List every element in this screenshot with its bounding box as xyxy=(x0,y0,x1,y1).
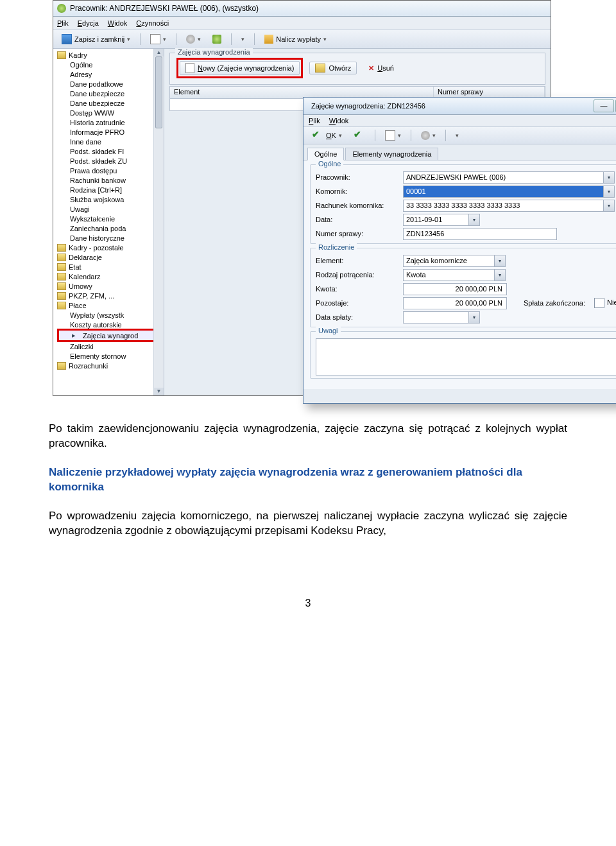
input-numer[interactable]: ZDN123456 xyxy=(403,228,557,240)
tree-item[interactable]: Dane ubezpiecze xyxy=(57,89,164,98)
tree-item[interactable]: Ogólne xyxy=(57,60,164,69)
separator xyxy=(231,33,232,45)
menu-widok[interactable]: Widok xyxy=(108,19,128,27)
tree-item[interactable]: Wypłaty (wszystk xyxy=(57,310,164,320)
chevron-down-icon[interactable]: ▾ xyxy=(603,186,614,197)
delete-button[interactable]: ✕ Usuń xyxy=(363,63,399,74)
tree-item[interactable]: Podst. składek ZU xyxy=(57,156,164,166)
folder-kadry[interactable]: Kadry xyxy=(57,50,164,60)
nalicz-button[interactable]: Nalicz wypłaty ▾ xyxy=(260,33,331,46)
app-window: Pracownik: ANDRZEJEWSKI PAWEŁ (006), (ws… xyxy=(53,0,551,396)
save-close-button[interactable]: Zapisz i zamknij ▾ xyxy=(57,32,135,46)
chevron-down-icon[interactable]: ▾ xyxy=(494,270,505,281)
folder-icon xyxy=(57,254,66,261)
label-pracownik: Pracownik: xyxy=(316,173,399,181)
tree-item[interactable]: Dane historyczne xyxy=(57,233,164,243)
chevron-down-icon[interactable]: ▾ xyxy=(494,255,505,266)
tab-ogolne[interactable]: Ogólne xyxy=(307,148,344,160)
ok-check-button[interactable] xyxy=(349,129,370,142)
textarea-uwagi[interactable] xyxy=(316,338,616,376)
save-icon xyxy=(62,34,72,44)
folder-deklaracje[interactable]: Deklaracje xyxy=(57,252,164,262)
folder-etat[interactable]: Etat xyxy=(57,262,164,272)
refresh-button[interactable] xyxy=(208,33,226,46)
group-uwagi: Uwagi xyxy=(310,331,616,379)
folder-kalendarz[interactable]: Kalendarz xyxy=(57,272,164,281)
group-legend: Rozliczenie xyxy=(316,243,357,251)
nav-tree[interactable]: Kadry Ogólne Adresy Dane podatkowe Dane … xyxy=(53,49,164,395)
folder-pkzp[interactable]: PKZP, ZFM, ... xyxy=(57,291,164,300)
chevron-down-icon[interactable]: ▾ xyxy=(603,172,614,183)
tree-item[interactable]: Prawa dostępu xyxy=(57,166,164,175)
input-rachunek[interactable]: 33 3333 3333 3333 3333 3333 3333▾ xyxy=(403,200,615,212)
tree-item[interactable]: Zaliczki xyxy=(57,341,164,351)
chevron-down-icon[interactable]: ▾ xyxy=(603,200,614,211)
folder-icon xyxy=(57,302,66,309)
input-data[interactable]: 2011-09-01▾ xyxy=(403,214,480,226)
folder-place[interactable]: Płace xyxy=(57,300,164,310)
page-number: 3 xyxy=(0,578,616,628)
menu-czynnosci[interactable]: Czynności xyxy=(136,19,169,27)
more-button[interactable]: ▾ xyxy=(237,34,249,44)
tab-elementy[interactable]: Elementy wynagrodzenia xyxy=(345,148,438,160)
dialog-menu-plik[interactable]: Plik xyxy=(309,117,320,125)
dialog-menu-widok[interactable]: Widok xyxy=(329,117,349,125)
nalicz-label: Nalicz wypłaty xyxy=(276,35,321,43)
input-datasplaty[interactable]: ▾ xyxy=(403,311,480,324)
tree-item[interactable]: Dane ubezpiecze xyxy=(57,98,164,108)
print-button[interactable]: ▾ xyxy=(381,128,406,142)
tree-item[interactable]: Rachunki bankow xyxy=(57,175,164,185)
calc-icon xyxy=(264,35,273,44)
scroll-thumb[interactable] xyxy=(155,56,162,128)
tree-item[interactable]: Uwagi xyxy=(57,204,164,214)
input-rodzaj[interactable]: Kwota▾ xyxy=(403,269,506,281)
chevron-down-icon: ▾ xyxy=(127,36,130,42)
tree-item[interactable]: Dostęp WWW xyxy=(57,108,164,117)
fieldset-zajecia: Zajęcia wynagrodzenia Nowy (Zajęcie wyna… xyxy=(169,53,545,85)
tree-list: Kadry Ogólne Adresy Dane podatkowe Dane … xyxy=(53,49,164,372)
tree-item-zajecia-wynagrod[interactable]: ▸ Zajęcia wynagrod xyxy=(59,331,162,340)
minimize-button[interactable]: — xyxy=(594,99,614,112)
tools-button[interactable]: ▾ xyxy=(416,129,440,142)
chevron-down-icon[interactable]: ▾ xyxy=(468,214,479,225)
input-komornik[interactable]: 00001▾ xyxy=(403,186,615,198)
tree-item[interactable]: Koszty autorskie xyxy=(57,320,164,329)
menu-plik[interactable]: Plik xyxy=(57,19,69,27)
tree-item[interactable]: Elementy stornow xyxy=(57,351,164,361)
tree-item[interactable]: Wykształcenie xyxy=(57,214,164,223)
folder-kadry-pozostale[interactable]: Kadry - pozostałe xyxy=(57,243,164,252)
dialog-title: Zajęcie wynagrodzenia: ZDN123456 xyxy=(311,102,425,110)
chevron-down-icon[interactable]: ▾ xyxy=(468,312,479,323)
scroll-down-icon[interactable]: ▼ xyxy=(154,388,164,395)
scroll-up-icon[interactable]: ▲ xyxy=(154,49,164,56)
tools-button[interactable]: ▾ xyxy=(182,33,205,46)
tree-item[interactable]: Podst. składek FI xyxy=(57,146,164,156)
tree-item[interactable]: Rodzina [Ctrl+R] xyxy=(57,185,164,194)
input-element[interactable]: Zajęcia komornicze▾ xyxy=(403,255,506,267)
tree-item[interactable]: Dane podatkowe xyxy=(57,79,164,89)
menu-edycja[interactable]: Edycja xyxy=(78,19,99,27)
tree-item[interactable]: Zaniechania poda xyxy=(57,223,164,233)
tree-item[interactable]: Służba wojskowa xyxy=(57,194,164,204)
folder-umowy[interactable]: Umowy xyxy=(57,281,164,291)
open-button[interactable]: Otwórz xyxy=(309,62,357,74)
folder-rozrachunki[interactable]: Rozrachunki xyxy=(57,361,164,370)
tree-scrollbar[interactable]: ▲ ▼ xyxy=(153,49,164,395)
tree-item[interactable]: Informacje PFRO xyxy=(57,127,164,137)
folder-icon xyxy=(57,273,66,281)
new-button[interactable]: Nowy (Zajęcie wynagrodzenia) xyxy=(180,61,300,75)
more-button[interactable]: ▾ xyxy=(451,130,463,141)
section-heading: Naliczenie przykładowej wypłaty zajęcia … xyxy=(49,465,567,495)
titlebar: Pracownik: ANDRZEJEWSKI PAWEŁ (006), (ws… xyxy=(53,1,551,17)
input-kwota[interactable]: 20 000,00 PLN xyxy=(403,283,507,295)
print-button[interactable]: ▾ xyxy=(146,32,171,46)
tree-item[interactable]: Inne dane xyxy=(57,137,164,146)
tree-item[interactable]: Adresy xyxy=(57,69,164,79)
tree-item[interactable]: Historia zatrudnie xyxy=(57,117,164,127)
input-pracownik[interactable]: ANDRZEJEWSKI PAWEŁ (006)▾ xyxy=(403,171,615,184)
ok-button[interactable]: OK ▾ xyxy=(307,129,346,142)
check-icon xyxy=(354,131,365,140)
toolbar: Zapisz i zamknij ▾ ▾ ▾ ▾ Nalicz wypłaty … xyxy=(53,30,551,49)
input-pozostaje[interactable]: 20 000,00 PLN xyxy=(403,297,507,309)
checkbox-splata[interactable]: Nie xyxy=(594,298,616,308)
